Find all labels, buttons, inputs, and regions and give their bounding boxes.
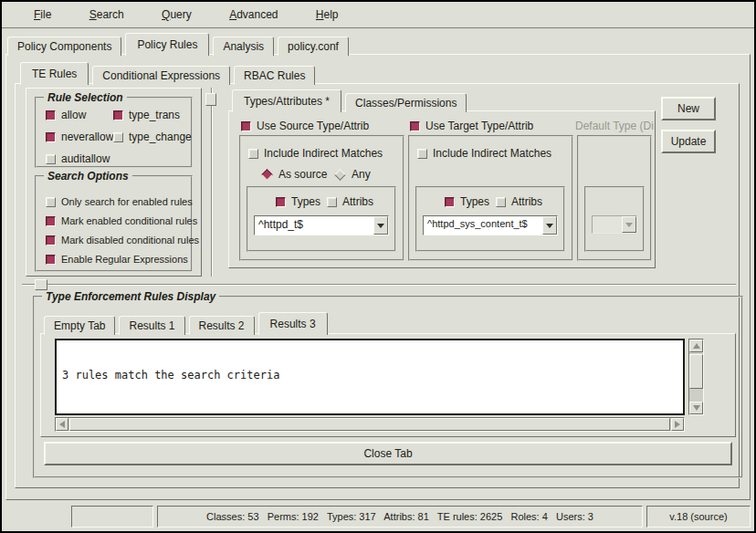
- horizontal-scroll-thumb[interactable]: [69, 418, 670, 431]
- checkbox-label: neverallow: [61, 131, 113, 143]
- menu-help[interactable]: Help: [316, 2, 339, 26]
- checkbox-indicator: [46, 132, 56, 142]
- checkbox-label: type_trans: [129, 109, 180, 121]
- menu-advanced[interactable]: Advanced: [229, 2, 278, 26]
- tab-results-2[interactable]: Results 2: [189, 316, 255, 335]
- results-vertical-scrollbar[interactable]: [688, 339, 704, 415]
- checkbox-source-indirect[interactable]: Include Indirect Matches: [248, 147, 383, 160]
- tab-analysis[interactable]: Analysis: [213, 37, 274, 56]
- rule-tabbar: TE Rules Conditional Expressions RBAC Ru…: [20, 62, 319, 85]
- dropdown-button[interactable]: [542, 216, 557, 235]
- scroll-trough[interactable]: [689, 391, 703, 402]
- scroll-right-icon: [675, 421, 680, 428]
- checkbox-type-trans[interactable]: type_trans: [113, 109, 180, 121]
- radio-as-source[interactable]: As source: [261, 168, 327, 181]
- checkbox-mark-enabled[interactable]: Mark enabled conditional rules: [46, 215, 197, 226]
- tab-policy-conf[interactable]: policy.conf: [278, 37, 349, 56]
- tab-empty-tab[interactable]: Empty Tab: [44, 316, 115, 335]
- checkbox-enable-regex[interactable]: Enable Regular Expressions: [46, 254, 188, 265]
- checkbox-mark-disabled[interactable]: Mark disabled conditional rules: [46, 235, 199, 246]
- checkbox-indicator: [248, 149, 258, 159]
- horizontal-sash-handle[interactable]: [35, 279, 47, 290]
- close-tab-button[interactable]: Close Tab: [44, 442, 732, 465]
- dropdown-arrow-icon: [625, 223, 633, 227]
- checkbox-label: allow: [61, 109, 86, 121]
- default-type-value: [593, 216, 622, 233]
- dropdown-button: [622, 216, 636, 233]
- search-options-legend: Search Options: [44, 170, 132, 183]
- checkbox-target-attribs[interactable]: Attribs: [496, 195, 542, 208]
- checkbox-source-types[interactable]: Types: [276, 195, 320, 208]
- checkbox-indicator: [46, 154, 56, 164]
- status-stats-field: Classes: 53 Perms: 192 Types: 317 Attrib…: [157, 506, 643, 528]
- results-horizontal-scrollbar[interactable]: [55, 417, 685, 432]
- checkbox-label: Attribs: [342, 195, 373, 208]
- rule-selection-legend: Rule Selection: [44, 91, 127, 104]
- checkbox-indicator: [46, 110, 56, 120]
- vertical-scroll-thumb[interactable]: [689, 354, 703, 389]
- checkbox-label: Enable Regular Expressions: [61, 254, 188, 265]
- checkbox-indicator: [496, 197, 506, 207]
- checkbox-only-enabled[interactable]: Only search for enabled rules: [46, 196, 193, 207]
- checkbox-label: Types: [460, 195, 489, 208]
- results-summary: 3 rules match the search criteria: [62, 369, 677, 381]
- checkbox-auditallow[interactable]: auditallow: [46, 152, 110, 165]
- menu-file[interactable]: File: [34, 2, 51, 26]
- radio-indicator: [261, 169, 273, 181]
- scroll-right-button[interactable]: [671, 418, 684, 431]
- checkbox-neverallow[interactable]: neverallow: [46, 131, 113, 143]
- checkbox-indicator: [46, 197, 56, 207]
- radio-label: Any: [352, 168, 371, 181]
- horizontal-sash[interactable]: [22, 284, 736, 286]
- checkbox-indicator: [327, 197, 337, 207]
- scroll-up-button[interactable]: [689, 340, 703, 352]
- status-empty-field: [71, 506, 153, 528]
- radio-any[interactable]: Any: [334, 168, 371, 181]
- checkbox-allow[interactable]: allow: [46, 109, 86, 121]
- checkbox-target-indirect[interactable]: Include Indirect Matches: [417, 147, 551, 160]
- tab-conditional-expressions[interactable]: Conditional Expressions: [92, 66, 230, 85]
- checkbox-label: Only search for enabled rules: [61, 196, 193, 207]
- menu-search[interactable]: Search: [89, 2, 124, 26]
- scroll-left-button[interactable]: [56, 418, 68, 431]
- scroll-down-button[interactable]: [689, 402, 703, 414]
- main-tabbar: Policy Components Policy Rules Analysis …: [7, 33, 352, 56]
- tab-policy-components[interactable]: Policy Components: [7, 37, 121, 56]
- checkbox-indicator: [113, 132, 123, 142]
- status-version-field: v.18 (source): [646, 506, 751, 528]
- tab-results-3[interactable]: Results 3: [258, 312, 328, 335]
- checkbox-indicator: [46, 216, 56, 226]
- source-type-value: ^httpd_t$: [255, 216, 373, 235]
- tab-rbac-rules[interactable]: RBAC Rules: [234, 66, 315, 85]
- checkbox-indicator: [445, 197, 455, 207]
- checkbox-target-types[interactable]: Types: [445, 195, 489, 208]
- tab-policy-rules[interactable]: Policy Rules: [125, 33, 209, 56]
- new-button[interactable]: New: [661, 97, 716, 120]
- menu-query[interactable]: Query: [162, 2, 192, 26]
- target-type-combobox[interactable]: ^httpd_sys_content_t$: [423, 215, 558, 235]
- checkbox-use-target[interactable]: Use Target Type/Attrib: [410, 120, 533, 132]
- checkbox-use-source[interactable]: Use Source Type/Attrib: [241, 120, 369, 132]
- tab-classes-permissions[interactable]: Classes/Permissions: [345, 93, 467, 112]
- dropdown-button[interactable]: [373, 216, 388, 235]
- vertical-sash-handle[interactable]: [205, 93, 216, 106]
- checkbox-label: Mark enabled conditional rules: [61, 215, 197, 226]
- radio-indicator: [334, 169, 346, 181]
- results-tabbar: Empty Tab Results 1 Results 2 Results 3: [44, 312, 331, 335]
- checkbox-label: Attribs: [511, 195, 542, 208]
- checkbox-source-attribs[interactable]: Attribs: [327, 195, 373, 208]
- dropdown-arrow-icon: [377, 224, 384, 228]
- tab-types-attributes[interactable]: Types/Attributes *: [232, 89, 341, 112]
- scroll-up-icon: [693, 343, 700, 349]
- results-text-area[interactable]: 3 rules match the search criteria (5822)…: [55, 339, 685, 415]
- checkbox-type-change[interactable]: type_change: [113, 131, 192, 143]
- target-type-value: ^httpd_sys_content_t$: [424, 216, 542, 235]
- source-type-combobox[interactable]: ^httpd_t$: [254, 215, 389, 235]
- vertical-sash[interactable]: [211, 88, 213, 277]
- checkbox-indicator: [410, 121, 420, 131]
- tab-te-rules[interactable]: TE Rules: [20, 62, 89, 85]
- checkbox-label: Mark disabled conditional rules: [61, 235, 199, 246]
- update-button[interactable]: Update: [661, 130, 716, 153]
- tab-results-1[interactable]: Results 1: [119, 316, 184, 335]
- checkbox-indicator: [241, 121, 251, 131]
